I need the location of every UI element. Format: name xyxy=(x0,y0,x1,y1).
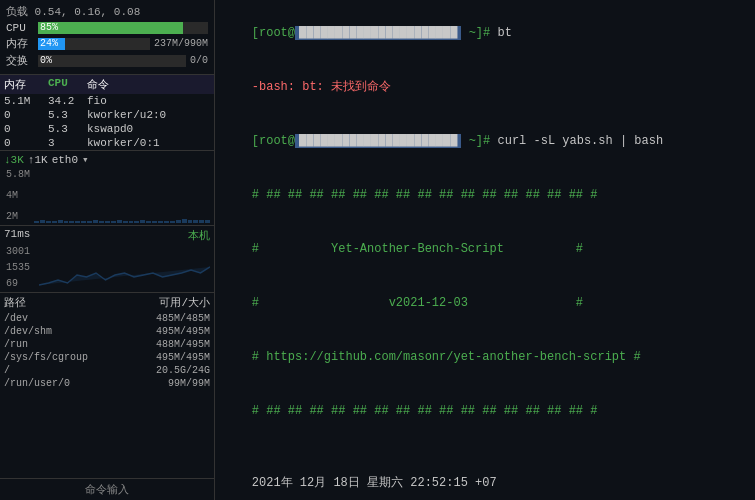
net-graph: 5.8M 4M 2M xyxy=(4,168,210,223)
terminal-line: # https://github.com/masonr/yet-another-… xyxy=(223,330,747,384)
net-down: ↓3K xyxy=(4,154,24,166)
proc-header-cpu: CPU xyxy=(48,77,83,92)
table-row: 0 3 kworker/0:1 xyxy=(0,136,214,150)
cpu-metric-row: CPU 85% xyxy=(6,22,208,34)
cpu-pct-text: 85% xyxy=(40,22,58,34)
fs-section: 路径 可用/大小 /dev 485M/485M /dev/shm 495M/49… xyxy=(0,293,214,478)
disk-latency-label: 71ms xyxy=(4,228,30,243)
net-up: ↑1K xyxy=(28,154,48,166)
disk-host-label: 本机 xyxy=(188,228,210,243)
terminal-panel: [root@██████████████████████ ~]# bt -bas… xyxy=(215,0,755,500)
cpu-bar-fill xyxy=(38,22,183,34)
swap-bar-container: 0% xyxy=(38,55,186,67)
left-panel: 负载 0.54, 0.16, 0.08 CPU 85% 内存 24% 237M/… xyxy=(0,0,215,500)
proc-header-mem: 内存 xyxy=(4,77,44,92)
process-header: 内存 CPU 命令 xyxy=(0,75,214,94)
disk-header: 71ms 本机 xyxy=(4,228,210,243)
fs-avail-header: 可用/大小 xyxy=(159,295,210,310)
mem-label: 内存 xyxy=(6,36,34,51)
load-label: 负载 xyxy=(6,6,28,18)
terminal-line: [root@██████████████████████ ~]# bt xyxy=(223,6,747,60)
swap-values: 0/0 xyxy=(190,55,208,66)
table-row: 0 5.3 kswapd0 xyxy=(0,122,214,136)
list-item: /dev/shm 495M/495M xyxy=(4,325,210,338)
list-item: /run 488M/495M xyxy=(4,338,210,351)
terminal-line: # ## ## ## ## ## ## ## ## ## ## ## ## ##… xyxy=(223,168,747,222)
mem-pct-text: 24% xyxy=(40,38,58,50)
process-table: 内存 CPU 命令 5.1M 34.2 fio 0 5.3 kworker/u2… xyxy=(0,75,214,151)
fs-path-header: 路径 xyxy=(4,295,26,310)
list-item: /sys/fs/cgroup 495M/495M xyxy=(4,351,210,364)
terminal-line: # v2021-12-03 # xyxy=(223,276,747,330)
terminal-line: 2021年 12月 18日 星期六 22:52:15 +07 xyxy=(223,456,747,500)
table-row: 5.1M 34.2 fio xyxy=(0,94,214,108)
cpu-label: CPU xyxy=(6,22,34,34)
net-y-labels: 5.8M 4M 2M xyxy=(4,168,32,223)
load-values: 0.54, 0.16, 0.08 xyxy=(35,6,141,18)
table-row: 0 5.3 kworker/u2:0 xyxy=(0,108,214,122)
swap-pct-text: 0% xyxy=(40,55,52,67)
net-graph-bars xyxy=(34,168,210,223)
disk-graph: 3001 1535 69 xyxy=(4,245,210,290)
fs-header: 路径 可用/大小 xyxy=(4,295,210,310)
terminal-line: # ## ## ## ## ## ## ## ## ## ## ## ## ##… xyxy=(223,384,747,438)
disk-section: 71ms 本机 3001 1535 69 xyxy=(0,226,214,293)
mem-metric-row: 内存 24% 237M/990M xyxy=(6,36,208,51)
cmd-input-label: 命令输入 xyxy=(85,484,129,496)
mem-bar-container: 24% xyxy=(38,38,150,50)
cpu-bar-container: 85% xyxy=(38,22,208,34)
net-interface: eth0 xyxy=(52,154,78,166)
list-item: / 20.5G/24G xyxy=(4,364,210,377)
proc-header-cmd: 命令 xyxy=(87,77,210,92)
network-section: ↓3K ↑1K eth0 ▾ 5.8M 4M 2M xyxy=(0,151,214,226)
swap-metric-row: 交换 0% 0/0 xyxy=(6,53,208,68)
list-item: /run/user/0 99M/99M xyxy=(4,377,210,390)
terminal-line: [root@██████████████████████ ~]# curl -s… xyxy=(223,114,747,168)
top-metrics: 负载 0.54, 0.16, 0.08 CPU 85% 内存 24% 237M/… xyxy=(0,0,214,75)
terminal-line: -bash: bt: 未找到命令 xyxy=(223,60,747,114)
load-line: 负载 0.54, 0.16, 0.08 xyxy=(6,4,208,19)
mem-values: 237M/990M xyxy=(154,38,208,49)
disk-y-labels: 3001 1535 69 xyxy=(4,245,32,290)
chevron-down-icon[interactable]: ▾ xyxy=(82,153,89,166)
disk-graph-area xyxy=(39,245,210,290)
terminal-line xyxy=(223,438,747,456)
list-item: /dev 485M/485M xyxy=(4,312,210,325)
swap-label: 交换 xyxy=(6,53,34,68)
net-header: ↓3K ↑1K eth0 ▾ xyxy=(4,153,210,166)
cmd-input-bar[interactable]: 命令输入 xyxy=(0,478,214,500)
terminal-line: # Yet-Another-Bench-Script # xyxy=(223,222,747,276)
